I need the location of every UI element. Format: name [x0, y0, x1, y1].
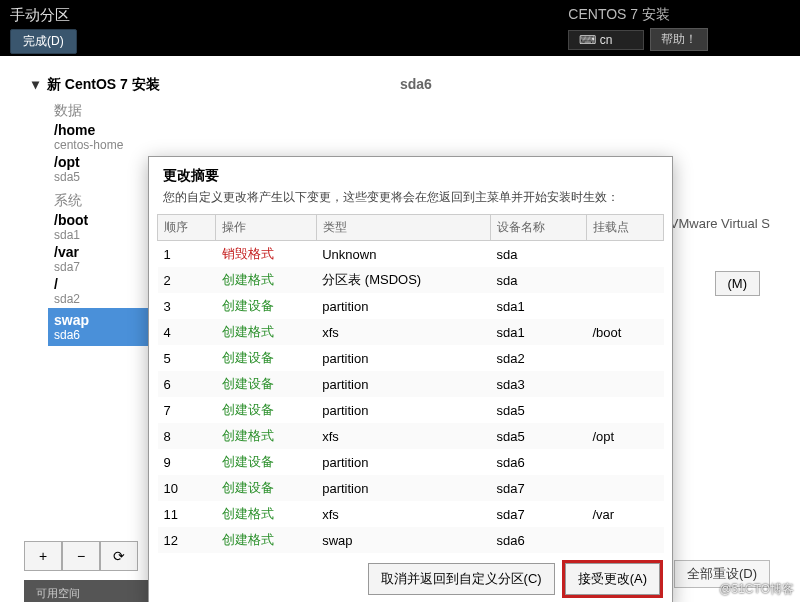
cell-op: 创建设备	[216, 475, 317, 501]
free-space-box: 可用空间 1040.97 MiB	[24, 580, 149, 602]
dialog-subtitle: 您的自定义更改将产生以下变更，这些变更将会在您返回到主菜单并开始安装时生效：	[149, 189, 672, 214]
cell-device: sda6	[491, 527, 587, 553]
device-details: sda6	[400, 76, 432, 92]
cell-mount	[586, 475, 663, 501]
cell-order: 10	[158, 475, 216, 501]
cell-order: 3	[158, 293, 216, 319]
accept-button[interactable]: 接受更改(A)	[565, 563, 660, 595]
top-bar: 手动分区 完成(D) CENTOS 7 安装 ⌨ cn 帮助！	[0, 0, 800, 56]
tree-toolbar: + − ⟳	[24, 541, 138, 571]
cell-mount	[586, 397, 663, 423]
device-label: sda6	[400, 76, 432, 92]
th-type[interactable]: 类型	[316, 215, 490, 241]
cell-mount	[586, 241, 663, 268]
cell-order: 2	[158, 267, 216, 293]
cell-op: 创建设备	[216, 397, 317, 423]
watermark: @51CTO博客	[719, 581, 794, 598]
cell-order: 5	[158, 345, 216, 371]
device-description: VMware Virtual S	[670, 216, 770, 231]
cell-order: 6	[158, 371, 216, 397]
table-row[interactable]: 9创建设备partitionsda6	[158, 449, 664, 475]
add-button[interactable]: +	[24, 541, 62, 571]
cell-mount	[586, 371, 663, 397]
th-op[interactable]: 操作	[216, 215, 317, 241]
table-row[interactable]: 5创建设备partitionsda2	[158, 345, 664, 371]
reload-button[interactable]: ⟳	[100, 541, 138, 571]
table-row[interactable]: 1销毁格式Unknownsda	[158, 241, 664, 268]
table-row[interactable]: 12创建格式swapsda6	[158, 527, 664, 553]
summary-dialog: 更改摘要 您的自定义更改将产生以下变更，这些变更将会在您返回到主菜单并开始安装时…	[148, 156, 673, 602]
help-button[interactable]: 帮助！	[650, 28, 708, 51]
cell-order: 12	[158, 527, 216, 553]
free-space-label: 可用空间	[36, 586, 137, 601]
cell-op: 创建格式	[216, 501, 317, 527]
cell-type: xfs	[316, 423, 490, 449]
changes-table: 顺序 操作 类型 设备名称 挂载点 1销毁格式Unknownsda2创建格式分区…	[157, 214, 664, 553]
table-row[interactable]: 8创建格式xfssda5/opt	[158, 423, 664, 449]
mount-device: centos-home	[54, 138, 354, 152]
cell-type: 分区表 (MSDOS)	[316, 267, 490, 293]
cell-op: 销毁格式	[216, 241, 317, 268]
cell-op: 创建格式	[216, 319, 317, 345]
tree-root[interactable]: ▾ 新 CentOS 7 安装	[24, 76, 354, 94]
table-row[interactable]: 11创建格式xfssda7/var	[158, 501, 664, 527]
modify-button[interactable]: (M)	[715, 271, 761, 296]
cell-order: 4	[158, 319, 216, 345]
cell-order: 11	[158, 501, 216, 527]
cell-device: sda7	[491, 501, 587, 527]
cell-order: 8	[158, 423, 216, 449]
cell-type: partition	[316, 293, 490, 319]
cell-op: 创建设备	[216, 449, 317, 475]
cell-op: 创建设备	[216, 293, 317, 319]
cell-type: partition	[316, 345, 490, 371]
cell-mount: /opt	[586, 423, 663, 449]
cell-mount	[586, 345, 663, 371]
cell-order: 1	[158, 241, 216, 268]
cell-type: partition	[316, 397, 490, 423]
cell-mount: /boot	[586, 319, 663, 345]
cell-mount	[586, 449, 663, 475]
cell-order: 9	[158, 449, 216, 475]
remove-button[interactable]: −	[62, 541, 100, 571]
cell-type: xfs	[316, 319, 490, 345]
cancel-button[interactable]: 取消并返回到自定义分区(C)	[368, 563, 555, 595]
category-data: 数据	[54, 102, 354, 120]
cell-type: partition	[316, 475, 490, 501]
cell-order: 7	[158, 397, 216, 423]
cell-device: sda5	[491, 423, 587, 449]
cell-type: xfs	[316, 501, 490, 527]
cell-device: sda6	[491, 449, 587, 475]
table-row[interactable]: 10创建设备partitionsda7	[158, 475, 664, 501]
cell-mount	[586, 293, 663, 319]
table-row[interactable]: 6创建设备partitionsda3	[158, 371, 664, 397]
page-title: 手动分区	[10, 6, 77, 25]
th-order[interactable]: 顺序	[158, 215, 216, 241]
cell-device: sda7	[491, 475, 587, 501]
cell-type: partition	[316, 449, 490, 475]
cell-op: 创建设备	[216, 371, 317, 397]
table-row[interactable]: 4创建格式xfssda1/boot	[158, 319, 664, 345]
main-area: ▾ 新 CentOS 7 安装 数据 /home centos-home /op…	[0, 56, 800, 602]
th-device[interactable]: 设备名称	[491, 215, 587, 241]
keyboard-indicator[interactable]: ⌨ cn	[568, 30, 644, 50]
cell-mount	[586, 267, 663, 293]
cell-mount	[586, 527, 663, 553]
cell-device: sda2	[491, 345, 587, 371]
install-title: CENTOS 7 安装	[568, 6, 790, 24]
cell-device: sda5	[491, 397, 587, 423]
tree-root-label: 新 CentOS 7 安装	[47, 76, 160, 92]
table-row[interactable]: 2创建格式分区表 (MSDOS)sda	[158, 267, 664, 293]
cell-device: sda1	[491, 293, 587, 319]
cell-device: sda1	[491, 319, 587, 345]
table-row[interactable]: 7创建设备partitionsda5	[158, 397, 664, 423]
table-row[interactable]: 3创建设备partitionsda1	[158, 293, 664, 319]
cell-op: 创建设备	[216, 345, 317, 371]
done-button[interactable]: 完成(D)	[10, 29, 77, 54]
cell-type: Unknown	[316, 241, 490, 268]
th-mount[interactable]: 挂载点	[586, 215, 663, 241]
cell-op: 创建格式	[216, 527, 317, 553]
mount-home[interactable]: /home centos-home	[54, 122, 354, 152]
cell-device: sda	[491, 241, 587, 268]
cell-op: 创建格式	[216, 267, 317, 293]
cell-type: swap	[316, 527, 490, 553]
